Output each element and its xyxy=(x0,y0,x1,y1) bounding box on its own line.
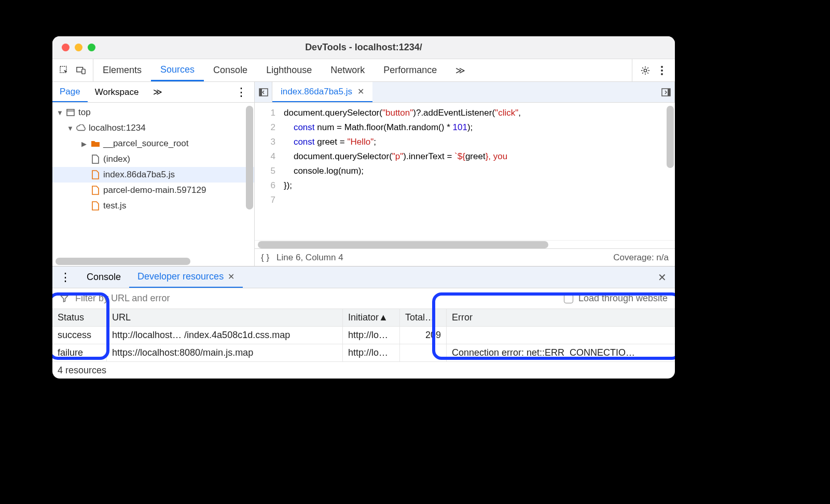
folder-icon xyxy=(91,139,100,148)
filter-input[interactable] xyxy=(74,292,559,304)
tree-file[interactable]: test.js xyxy=(52,198,254,214)
editor-status-bar: { } Line 6, Column 4 Coverage: n/a xyxy=(255,248,675,266)
close-drawer-tab-icon[interactable]: ✕ xyxy=(228,272,234,282)
tabs-overflow[interactable]: ≫ xyxy=(446,59,475,81)
table-footer: 4 resources xyxy=(52,362,675,379)
editor-scrollbar[interactable] xyxy=(667,106,674,168)
main-toolbar: Elements Sources Console Lighthouse Netw… xyxy=(52,59,675,82)
cell-error: Connection error: net::ERR_CONNECTIO… xyxy=(447,344,675,361)
load-through-label: Load through website xyxy=(578,293,668,304)
editor-pane: index.86da7ba5.js ✕ 1234567 document.que… xyxy=(255,82,675,266)
tab-network[interactable]: Network xyxy=(321,59,374,81)
cursor-position: Line 6, Column 4 xyxy=(276,253,343,263)
tree-folder[interactable]: ▶ __parcel_source_root xyxy=(52,136,254,151)
resources-table: Status URL Initiator▲ Total… Error succe… xyxy=(52,309,675,362)
tab-console[interactable]: Console xyxy=(204,59,257,81)
svg-rect-12 xyxy=(668,89,670,96)
tab-lighthouse[interactable]: Lighthouse xyxy=(257,59,321,81)
col-error[interactable]: Error xyxy=(447,309,675,326)
navigator-pane: Page Workspace ≫ ⋮ ▼ top ▼ localhost:123… xyxy=(52,82,255,266)
col-status[interactable]: Status xyxy=(52,309,107,326)
svg-point-5 xyxy=(661,69,663,72)
svg-point-6 xyxy=(661,73,663,75)
navigator-tab-page[interactable]: Page xyxy=(52,82,88,102)
navigator-menu-icon[interactable]: ⋮ xyxy=(228,86,254,99)
drawer-menu-icon[interactable]: ⋮ xyxy=(52,271,78,284)
kebab-menu-icon[interactable] xyxy=(657,66,667,75)
tree-file-index[interactable]: (index) xyxy=(52,151,254,167)
cell-initiator: http://lo… xyxy=(343,344,400,361)
load-through-checkbox[interactable] xyxy=(564,294,573,303)
cell-url: http://localhost… /index.4a508c1d.css.ma… xyxy=(107,327,343,344)
file-tree[interactable]: ▼ top ▼ localhost:1234 ▶ __parcel_source… xyxy=(52,103,254,266)
filter-bar: Load through website xyxy=(52,288,675,309)
tree-scrollbar[interactable] xyxy=(246,106,253,209)
cell-error xyxy=(447,327,675,344)
titlebar: DevTools - localhost:1234/ xyxy=(52,36,675,59)
line-gutter: 1234567 xyxy=(255,103,281,240)
navigator-tab-workspace[interactable]: Workspace xyxy=(88,82,146,102)
editor-tab-label: index.86da7ba5.js xyxy=(281,87,352,97)
filter-icon[interactable] xyxy=(60,294,69,303)
table-row[interactable]: success http://localhost… /index.4a508c1… xyxy=(52,327,675,344)
tree-top[interactable]: ▼ top xyxy=(52,105,254,120)
cell-status: failure xyxy=(52,344,107,361)
svg-rect-2 xyxy=(82,69,85,74)
table-header: Status URL Initiator▲ Total… Error xyxy=(52,309,675,327)
devtools-window: DevTools - localhost:1234/ Elements Sour… xyxy=(52,36,675,379)
table-row[interactable]: failure https://localhost:8080/main.js.m… xyxy=(52,344,675,362)
inspect-icon[interactable] xyxy=(60,66,69,75)
file-js-icon xyxy=(91,186,100,195)
device-toolbar-icon[interactable] xyxy=(76,66,86,75)
tree-top-label: top xyxy=(78,107,91,118)
col-total[interactable]: Total… xyxy=(400,309,447,326)
coverage-status: Coverage: n/a xyxy=(613,253,669,263)
svg-rect-10 xyxy=(259,89,262,96)
tab-sources[interactable]: Sources xyxy=(151,59,204,81)
code-editor[interactable]: 1234567 document.querySelector("button")… xyxy=(255,103,675,240)
svg-point-3 xyxy=(644,69,646,72)
toggle-navigator-icon[interactable] xyxy=(255,82,272,102)
drawer-tab-console[interactable]: Console xyxy=(78,267,129,288)
svg-point-4 xyxy=(661,66,663,68)
tab-elements[interactable]: Elements xyxy=(93,59,151,81)
svg-rect-7 xyxy=(67,109,74,116)
tree-file-label: (index) xyxy=(103,154,130,164)
pretty-print-icon[interactable]: { } xyxy=(261,253,269,263)
cell-url: https://localhost:8080/main.js.map xyxy=(107,344,343,361)
tab-performance[interactable]: Performance xyxy=(374,59,446,81)
tree-folder-label: __parcel_source_root xyxy=(103,138,188,149)
frame-icon xyxy=(66,108,75,117)
cloud-icon xyxy=(76,123,86,133)
close-drawer-icon[interactable]: ✕ xyxy=(649,271,675,284)
file-icon xyxy=(91,155,100,164)
cell-total xyxy=(400,344,447,361)
settings-icon[interactable] xyxy=(641,66,650,75)
tree-host[interactable]: ▼ localhost:1234 xyxy=(52,120,254,136)
navigator-tabs-overflow[interactable]: ≫ xyxy=(146,82,170,102)
cell-status: success xyxy=(52,327,107,344)
file-js-icon xyxy=(91,201,100,211)
col-url[interactable]: URL xyxy=(107,309,343,326)
editor-hscrollbar[interactable] xyxy=(258,241,548,248)
editor-tab[interactable]: index.86da7ba5.js ✕ xyxy=(272,82,372,102)
tree-file-selected[interactable]: index.86da7ba5.js xyxy=(52,167,254,183)
window-title: DevTools - localhost:1234/ xyxy=(52,42,675,53)
tree-hscrollbar[interactable] xyxy=(56,258,190,265)
tree-file-label: index.86da7ba5.js xyxy=(103,170,175,180)
col-initiator[interactable]: Initiator▲ xyxy=(343,309,400,326)
file-js-icon xyxy=(91,170,100,179)
tree-file-label: test.js xyxy=(103,201,126,211)
tree-host-label: localhost:1234 xyxy=(89,123,146,133)
tree-file-label: parcel-demo-main.597129 xyxy=(103,185,206,195)
cell-initiator: http://lo… xyxy=(343,327,400,344)
drawer-tab-devresources[interactable]: Developer resources ✕ xyxy=(129,267,243,288)
close-tab-icon[interactable]: ✕ xyxy=(357,87,364,96)
toggle-debugger-icon[interactable] xyxy=(657,82,675,102)
drawer-tab-label: Developer resources xyxy=(137,271,224,282)
tree-file[interactable]: parcel-demo-main.597129 xyxy=(52,183,254,198)
code-content[interactable]: document.querySelector("button")?.addEve… xyxy=(281,103,675,240)
cell-total: 209 xyxy=(400,327,447,344)
drawer: ⋮ Console Developer resources ✕ ✕ Load t… xyxy=(52,266,675,379)
